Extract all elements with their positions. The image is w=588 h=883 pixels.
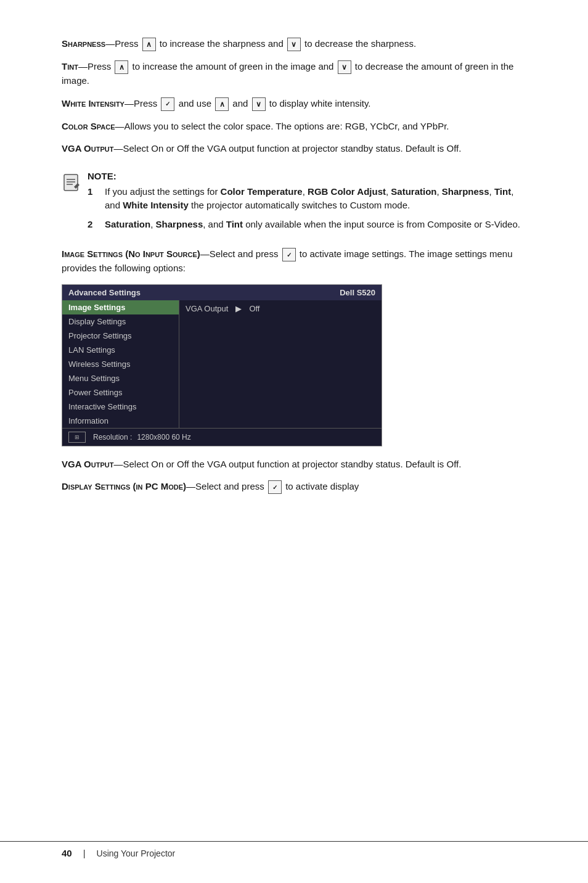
- image-settings-no-input-title: Image Settings (No Input Source): [62, 248, 200, 259]
- menu-item-interactive-settings[interactable]: Interactive Settings: [62, 400, 179, 414]
- note-content: NOTE: 1 If you adjust the settings for C…: [88, 171, 526, 237]
- menu-items: Image Settings Display Settings Projecto…: [62, 300, 382, 428]
- note-item-2: 2 Saturation, Sharpness, and Tint only a…: [88, 218, 526, 232]
- is-check-icon: ✓: [282, 248, 296, 261]
- tint-up-icon: ∧: [115, 60, 128, 74]
- menu-container: Advanced Settings Dell S520 Image Settin…: [62, 284, 382, 446]
- menu-item-lan-settings[interactable]: LAN Settings: [62, 343, 179, 357]
- white-intensity-paragraph: White Intensity—Press ✓ and use ∧ and ∨ …: [62, 97, 526, 111]
- vga-output-second-paragraph: VGA Output—Select On or Off the VGA outp…: [62, 458, 526, 472]
- note-icon: [62, 172, 81, 192]
- menu-footer-label: Resolution :: [93, 433, 132, 442]
- tint-title: Tint: [62, 61, 78, 72]
- vga-output-title: VGA Output: [62, 143, 113, 154]
- sharpness-title: Sharpness: [62, 38, 105, 49]
- menu-item-projector-settings[interactable]: Projector Settings: [62, 329, 179, 343]
- sharpness-paragraph: Sharpness—Press ∧ to increase the sharpn…: [62, 37, 526, 51]
- white-intensity-title: White Intensity: [62, 98, 125, 109]
- note-text-2: Saturation, Sharpness, and Tint only ava…: [105, 218, 520, 232]
- menu-header-brand: Dell S520: [340, 288, 375, 297]
- tint-paragraph: Tint—Press ∧ to increase the amount of g…: [62, 60, 526, 88]
- menu-item-image-settings[interactable]: Image Settings: [62, 300, 179, 314]
- menu-right-arrow: ▶: [235, 304, 242, 313]
- vga-output-second-title: VGA Output: [62, 459, 113, 469]
- menu-right-panel: VGA Output ▶ Off: [179, 300, 382, 428]
- menu-item-wireless-settings[interactable]: Wireless Settings: [62, 357, 179, 371]
- footer-bar: 40 | Using Your Projector: [0, 841, 588, 858]
- wi-down-icon: ∨: [252, 97, 266, 111]
- wi-check-icon: ✓: [161, 97, 174, 111]
- menu-right-row: VGA Output ▶ Off: [186, 304, 259, 313]
- menu-header: Advanced Settings Dell S520: [62, 285, 382, 300]
- menu-item-menu-settings[interactable]: Menu Settings: [62, 371, 179, 385]
- color-space-paragraph: Color Space—Allows you to select the col…: [62, 120, 526, 134]
- vga-output-paragraph: VGA Output—Select On or Off the VGA outp…: [62, 142, 526, 156]
- menu-footer: ⊞ Resolution : 1280x800 60 Hz: [62, 428, 382, 446]
- note-num-2: 2: [88, 218, 97, 232]
- menu-item-information[interactable]: Information: [62, 414, 179, 428]
- note-text-1: If you adjust the settings for Color Tem…: [105, 185, 526, 213]
- note-num-1: 1: [88, 185, 97, 213]
- note-section: NOTE: 1 If you adjust the settings for C…: [62, 171, 526, 237]
- tint-down-icon: ∨: [338, 60, 351, 74]
- note-list: 1 If you adjust the settings for Color T…: [88, 185, 526, 232]
- menu-item-display-settings[interactable]: Display Settings: [62, 314, 179, 329]
- ds-check-icon: ✓: [268, 480, 282, 494]
- menu-footer-value: 1280x800 60 Hz: [137, 433, 190, 442]
- menu-right-option: VGA Output: [186, 304, 228, 313]
- color-space-title: Color Space: [62, 121, 115, 131]
- footer-separator: |: [83, 848, 86, 858]
- menu-item-power-settings[interactable]: Power Settings: [62, 385, 179, 400]
- note-title: NOTE:: [88, 171, 526, 181]
- display-settings-title: Display Settings (in PC Mode): [62, 481, 186, 491]
- image-settings-no-input-paragraph: Image Settings (No Input Source)—Select …: [62, 247, 526, 276]
- footer-text: Using Your Projector: [97, 848, 176, 858]
- resolution-icon: ⊞: [68, 432, 86, 443]
- note-item-1: 1 If you adjust the settings for Color T…: [88, 185, 526, 213]
- wi-up-icon: ∧: [215, 97, 229, 111]
- menu-left-panel: Image Settings Display Settings Projecto…: [62, 300, 179, 428]
- up-arrow-icon: ∧: [142, 38, 156, 51]
- menu-header-title: Advanced Settings: [68, 288, 141, 297]
- footer-page-number: 40: [62, 848, 72, 858]
- menu-right-value: Off: [249, 304, 259, 313]
- down-arrow-icon: ∨: [287, 38, 301, 51]
- display-settings-paragraph: Display Settings (in PC Mode)—Select and…: [62, 480, 526, 494]
